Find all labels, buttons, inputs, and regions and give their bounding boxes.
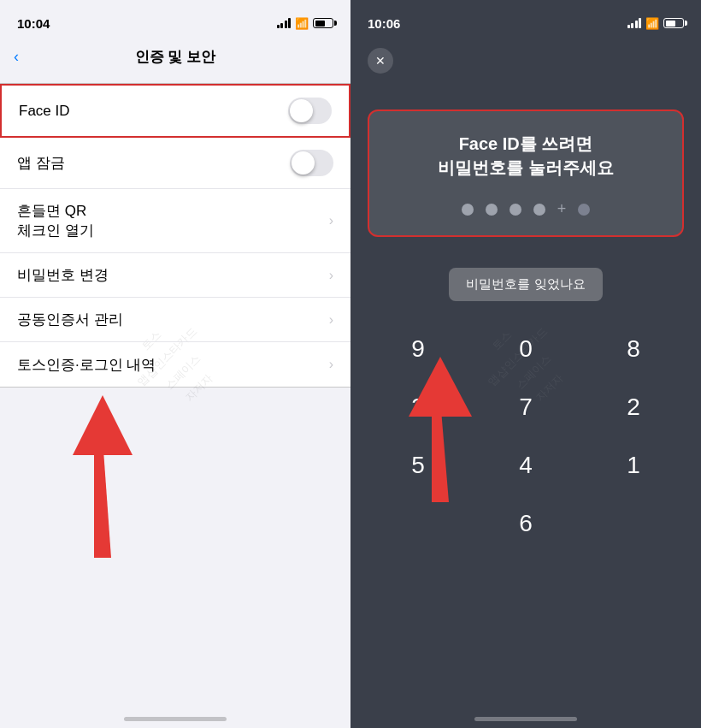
status-icons-left: 📶	[277, 17, 334, 30]
app-lock-label: 앱 잠금	[17, 153, 65, 173]
red-arrow-right	[385, 348, 496, 506]
chevron-icon-1: ›	[329, 213, 333, 228]
pin-prompt-title: Face ID를 쓰려면비밀번호를 눌러주세요	[386, 132, 665, 180]
pin-dot-2	[486, 204, 498, 216]
chevron-icon-3: ›	[329, 312, 333, 328]
key-1[interactable]: 1	[583, 440, 684, 491]
svg-marker-0	[94, 438, 111, 558]
chevron-icon-2: ›	[329, 268, 333, 283]
app-lock-toggle[interactable]	[290, 150, 333, 176]
toggle-knob-2	[292, 151, 315, 175]
key-empty-right	[583, 498, 684, 549]
close-button[interactable]: ✕	[368, 48, 393, 74]
time-left: 10:04	[17, 16, 50, 31]
pin-dot-3	[510, 204, 521, 216]
toggle-knob	[290, 99, 313, 122]
settings-list: Face ID 앱 잠금 흔들면 QR체크인 열기 › 비밀번호 변경 › 공동…	[0, 83, 350, 388]
cert-mgmt-label: 공동인증서 관리	[17, 310, 123, 329]
pin-dot-6	[578, 204, 590, 216]
key-8[interactable]: 8	[583, 323, 684, 375]
forgot-password-button[interactable]: 비밀번호를 잊었나요	[449, 268, 602, 301]
pin-prompt-box: Face ID를 쓰려면비밀번호를 눌러주세요 +	[368, 109, 684, 237]
status-icons-right: 📶	[627, 17, 685, 30]
battery-icon-right	[663, 18, 684, 28]
home-indicator-right	[474, 717, 577, 721]
wifi-icon-right: 📶	[645, 17, 659, 30]
cert-mgmt-row[interactable]: 공동인증서 관리 ›	[0, 298, 350, 342]
signal-icon	[277, 18, 292, 28]
signal-icon-right	[627, 18, 642, 28]
pin-plus: +	[557, 200, 567, 218]
shake-qr-label: 흔들면 QR체크인 열기	[17, 201, 94, 240]
page-title: 인증 및 보안	[135, 47, 215, 67]
back-button[interactable]: ‹	[14, 44, 26, 69]
toss-history-row[interactable]: 토스인증·로그인 내역 ›	[0, 342, 350, 387]
key-empty-left	[368, 498, 468, 549]
key-2[interactable]: 2	[583, 382, 684, 433]
shake-qr-row[interactable]: 흔들면 QR체크인 열기 ›	[0, 189, 350, 253]
phone-left: 토스앱샵인스타카드스페이스자저자 10:04 📶 ‹ 인증 및 보안 Face …	[0, 0, 350, 728]
svg-marker-3	[409, 357, 472, 417]
key-6[interactable]: 6	[475, 498, 576, 549]
pin-dots: +	[386, 200, 665, 218]
status-bar-right: 10:06 📶	[350, 0, 701, 38]
pin-dot-1	[462, 204, 474, 216]
wifi-icon: 📶	[295, 17, 309, 30]
pin-dot-4	[533, 204, 545, 216]
change-pw-label: 비밀번호 변경	[17, 265, 109, 285]
phone-right: 토스앱샵인스타카드스페이스자저자 10:06 📶 ✕ Face ID를 쓰려면비…	[350, 0, 701, 728]
status-bar-left: 10:04 📶	[0, 0, 350, 38]
face-id-row[interactable]: Face ID	[0, 84, 350, 138]
time-right: 10:06	[368, 16, 400, 31]
app-lock-row[interactable]: 앱 잠금	[0, 138, 350, 189]
battery-icon	[313, 18, 333, 28]
face-id-label: Face ID	[19, 103, 70, 120]
svg-marker-1	[73, 395, 133, 455]
face-id-toggle[interactable]	[288, 98, 332, 124]
right-header: ✕	[350, 38, 701, 84]
home-indicator-left	[124, 717, 227, 721]
nav-bar: ‹ 인증 및 보안	[0, 38, 350, 76]
red-arrow-left	[47, 387, 158, 561]
toss-history-label: 토스인증·로그인 내역	[17, 355, 156, 375]
change-pw-row[interactable]: 비밀번호 변경 ›	[0, 253, 350, 298]
chevron-icon-4: ›	[329, 357, 333, 372]
